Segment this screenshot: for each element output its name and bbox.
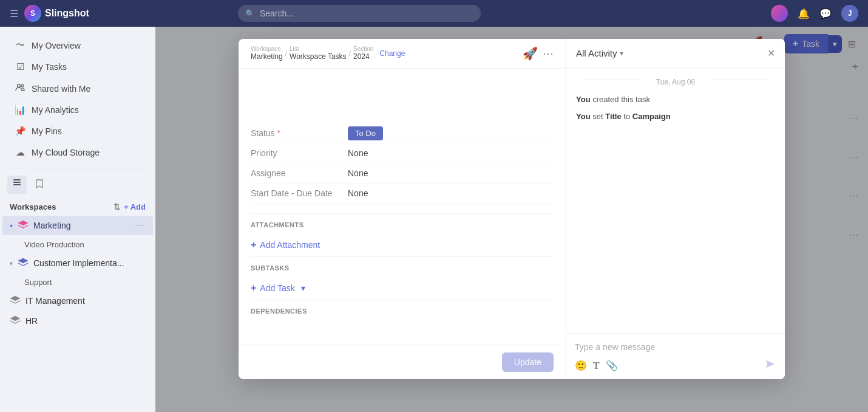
activity-header: All Activity ▾ ✕ [566,39,785,68]
logo-icon: S [24,5,41,22]
field-value-assignee[interactable]: None [348,168,368,178]
workspace-expand-icon: ▾ [10,222,13,229]
workspace-item-hr[interactable]: HR ⋯ [2,311,153,331]
search-input[interactable] [238,5,481,22]
breadcrumb-section-value: 2024 [353,52,370,61]
send-btn[interactable] [764,358,776,373]
sub-item-label-support: Support [24,278,52,287]
workspace-name-hr: HR [25,316,130,326]
breadcrumb-list: List Workspace Tasks [290,46,347,61]
user-avatar[interactable]: J [841,5,858,22]
analytics-icon: 📊 [15,105,25,115]
activity-title-text: All Activity [576,48,617,58]
activity-close-btn[interactable]: ✕ [767,47,775,59]
field-label-status: Status * [251,128,348,138]
user-avatar-profile[interactable] [771,5,788,22]
breadcrumb-section-field: Section 2024 [353,46,373,61]
text-format-icon[interactable]: T [593,360,600,371]
field-value-status[interactable]: To Do [348,128,383,138]
update-btn[interactable]: Update [502,352,554,372]
workspace-more-btn-marketing[interactable]: ⋯ [135,221,143,230]
sidebar-item-label-pins: My Pins [32,126,62,136]
workspace-layers-icon-ci [18,258,29,269]
dependencies-section-header: DEPENDENCIES [239,300,566,320]
bell-icon[interactable]: 🔔 [798,8,810,19]
logo-text: Slingshot [45,8,89,19]
sidebar-item-shared-with-me[interactable]: Shared with Me [5,78,151,99]
attachments-section-header: ATTACHMENTS [239,214,566,233]
workspace-name-marketing: Marketing [33,221,130,230]
workspace-item-customer-impl[interactable]: ▾ Customer Implementa... ⋯ [2,253,153,273]
workspace-item-it-management[interactable]: IT Management ⋯ [2,291,153,311]
attachment-icon[interactable]: 📎 [606,360,618,371]
field-row-assignee: Assignee None [251,163,554,184]
message-input[interactable] [575,340,776,354]
workspaces-section-header: Workspaces ⇅ + Add [0,199,155,215]
sidebar: 〜 My Overview ☑ My Tasks Shared with Me … [0,27,155,412]
svg-point-1 [21,84,24,87]
activity-feed: Tue, Aug 06 You created this task You se… [566,68,785,333]
sidebar-item-my-pins[interactable]: 📌 My Pins [5,121,151,142]
sidebar-item-my-overview[interactable]: 〜 My Overview [5,35,151,56]
add-task-label-btn[interactable]: Add Task [260,283,294,293]
logo: S Slingshot [24,5,89,22]
field-value-dates[interactable]: None [348,188,368,198]
activity-date-divider: Tue, Aug 06 [576,68,775,91]
content-area: 🚀 ⋯ + Task ▾ ⊞ + ⋯ ⋯ ⋯ ⋯ [155,27,868,412]
workspace-name-it: IT Management [25,296,130,306]
field-label-assignee: Assignee [251,168,348,178]
workspace-item-marketing[interactable]: ▾ Marketing ⋯ [2,216,153,235]
activity-actor-1: You [576,95,591,104]
add-attachment-label: Add Attachment [260,240,320,250]
message-actions: 🙂 T 📎 [575,358,776,373]
task-title-input[interactable] [251,78,554,109]
breadcrumb-workspace: Workspace Marketing [251,46,283,61]
breadcrumb-change-btn[interactable]: Change [379,49,405,58]
status-badge[interactable]: To Do [348,126,383,140]
sort-icon[interactable]: ⇅ [114,202,120,211]
activity-date-text: Tue, Aug 06 [656,78,695,86]
emoji-icon[interactable]: 🙂 [575,360,587,371]
sidebar-item-my-analytics[interactable]: 📊 My Analytics [5,100,151,120]
workspace-layers-icon [18,220,29,231]
sidebar-item-label-shared: Shared with Me [32,84,90,94]
sidebar-item-my-cloud[interactable]: ☁ My Cloud Storage [5,142,151,163]
workspaces-label: Workspaces [10,202,56,211]
sidebar-item-my-tasks[interactable]: ☑ My Tasks [5,57,151,77]
search-icon: 🔍 [245,9,255,18]
add-attachment-icon: + [251,239,256,250]
activity-prep-2: to [623,112,632,121]
tasks-icon: ☑ [15,61,25,72]
topbar-left: ☰ S Slingshot [10,5,89,22]
sub-item-label-video: Video Production [24,240,84,249]
svg-rect-3 [13,182,21,183]
field-value-priority[interactable]: None [348,148,368,158]
sidebar-item-label-cloud: My Cloud Storage [32,148,100,157]
sidebar-tab-bookmark[interactable] [30,176,49,194]
workspace-layers-icon-hr [10,315,21,326]
task-header-actions: 🚀 ⋯ [523,46,554,61]
breadcrumb-list-value: Workspace Tasks [290,52,347,61]
add-attachment-btn[interactable]: + Add Attachment [239,233,566,256]
task-more-icon[interactable]: ⋯ [543,47,554,60]
main-layout: 〜 My Overview ☑ My Tasks Shared with Me … [0,27,868,412]
add-task-chevron[interactable]: ▾ [301,283,305,293]
field-label-dates: Start Date - Due Date [251,188,348,198]
activity-actor-2: You [576,112,591,121]
hamburger-icon[interactable]: ☰ [10,8,18,19]
sidebar-tab-layers[interactable] [7,176,27,194]
sub-item-video-production[interactable]: Video Production ⋯ [2,236,153,253]
add-subtask-row: + Add Task ▾ [239,276,566,300]
breadcrumb-workspace-label: Workspace [251,46,283,52]
task-fields: Status * To Do Priority None Assignee No… [239,121,566,213]
sub-item-support[interactable]: Support ⋯ [2,273,153,290]
activity-title[interactable]: All Activity ▾ [576,48,623,58]
topbar-right: 🔔 💬 J [771,5,858,22]
activity-entry-1: You created this task [576,91,775,108]
sidebar-item-label-overview: My Overview [32,41,81,50]
workspace-expand-icon-ci: ▾ [10,260,13,267]
add-task-icon: + [251,283,256,294]
add-workspace-btn[interactable]: + Add [124,202,146,211]
chat-icon[interactable]: 💬 [819,8,832,19]
overview-icon: 〜 [15,39,25,51]
